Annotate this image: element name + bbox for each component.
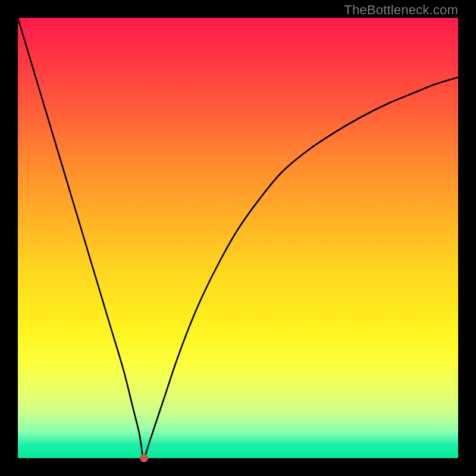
optimum-marker [140,454,148,462]
watermark-text: TheBottleneck.com [344,2,458,18]
chart-frame: TheBottleneck.com [0,0,476,476]
bottleneck-curve [18,18,458,458]
plot-area [18,18,458,458]
curve-layer [18,18,458,458]
